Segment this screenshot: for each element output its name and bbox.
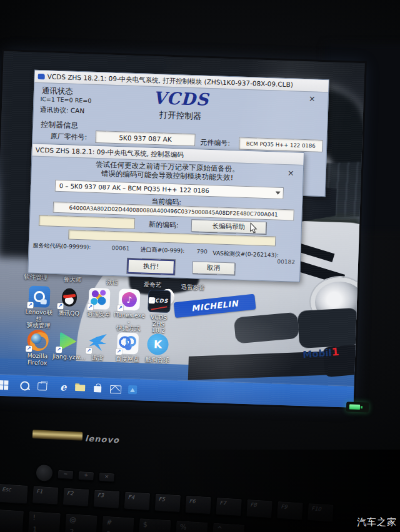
battery-indicator-led [346,401,369,412]
shortcut-arrow-icon: ↗ [149,297,155,303]
hinge-metal [32,430,83,440]
key-2[interactable]: @2 [64,513,98,532]
new-coding-label: 新的编码: [149,220,179,230]
desktop-icon-kugou[interactable]: K 酷狗音乐 [142,333,174,364]
volume-up-key[interactable]: + [78,470,94,481]
shortcut-arrow-icon: ↗ [117,305,123,311]
laptop-screen: MICHELIN Mobil1 软件管理 鲁大师 微信 爱奇艺 迅雷影音 ↗ L… [0,51,365,408]
close-icon[interactable]: × [288,169,294,177]
file-explorer-icon[interactable] [74,382,88,394]
shortcut-arrow-icon: ↗ [116,348,122,355]
key-4[interactable]: $4 [138,518,171,532]
key-6[interactable]: ^6 [211,522,245,532]
key-3[interactable]: #3 [101,515,134,532]
vcds-app-icon: VCDS ↗ [148,290,171,313]
photos-icon[interactable] [126,384,141,396]
shortcut-arrow-icon: ↗ [87,304,93,310]
xunlei-bird-icon: ↗ [87,332,109,353]
controller-info-label: 控制器信息 [41,119,79,131]
desktop-label-iqiyi[interactable]: 爱奇艺 [144,281,162,290]
bumper-vent [298,308,359,348]
key-5[interactable]: %5 [174,520,208,532]
desktop-icon-itunes[interactable]: ♪ ↗ iTunes.exe -快捷方式 [113,288,144,332]
tilde-key[interactable]: ~ [0,508,24,532]
vcds-recode-window: VCDS ZHS 18.2.1: 09-中央电气系统, 控制器编码 × 尝试任何… [28,144,304,282]
michelin-text: MICHELIN [191,298,239,313]
desktop-icon-vcds[interactable]: VCDS ↗ VCDS ZHS18.2 [143,290,174,335]
desktop-label-software-mgr[interactable]: 软件管理 [24,273,48,282]
lenovo-driver-icon: ↗ [28,286,50,308]
do-it-button[interactable]: 执行! [127,259,175,275]
component-label: 元件编号: [200,138,230,149]
part-number-label: 原厂零件号: [50,132,87,142]
start-button[interactable] [0,380,13,392]
wallpaper: MICHELIN Mobil1 [4,51,365,63]
vas-tester-label: VAS检测仪#(0-262143): [212,249,279,259]
desktop-icon-firefox[interactable]: ↗ MozillaFirefox [22,329,53,367]
f3-key[interactable]: F3 [93,489,121,509]
f8-key[interactable]: F8 [246,499,273,519]
store-icon[interactable] [91,383,106,395]
autohome-watermark: 汽车之家 [357,516,397,528]
music-note-icon: ♪ [122,292,138,307]
power-button[interactable] [35,464,54,483]
f7-key[interactable]: F7 [215,497,242,517]
key-1[interactable]: !1 [28,511,61,532]
desktop-label-ludashi[interactable]: 鲁大师 [64,275,82,284]
qq-penguin-icon: ↗ [58,287,80,308]
workshop-code-value[interactable]: 00061 [111,245,129,252]
part-number-field: 5K0 937 087 AK [95,131,196,146]
f5-key[interactable]: F5 [154,493,181,513]
cancel-button[interactable]: 取消 [192,261,235,275]
shortcut-arrow-icon: ↗ [26,345,32,352]
task-view-icon[interactable] [36,381,51,393]
desktop-icon-lenovo-driver[interactable]: ↗ Lenovo联想驱动管理 [23,285,54,329]
mail-icon[interactable] [109,383,123,395]
importer-label: 进口商#(0-999): [140,245,184,255]
shortcut-arrow-icon: ↗ [27,302,33,308]
laptop-photo: MICHELIN Mobil1 软件管理 鲁大师 微信 爱奇艺 迅雷影音 ↗ L… [0,0,400,532]
f1-key[interactable]: F1 [32,485,59,505]
baidu-pan-icon: ↗ [117,332,139,354]
window-title: VCDS ZHS 18.2.1: 09-中央电气系统, 控制器编码 [36,145,184,159]
desktop-icon-baidu-pan[interactable]: ↗ 百度网盘 [112,332,144,363]
firefox-icon: ↗ [27,330,49,352]
f2-key[interactable]: F2 [62,487,90,507]
new-coding-field-left[interactable] [39,215,136,229]
vcds-window-icon [38,74,45,79]
shortcut-arrow-icon: ↗ [56,347,62,353]
chevron-down-icon [276,192,281,195]
vas-tester-value[interactable]: 00182 [277,259,295,265]
f9-key[interactable]: F9 [276,501,304,521]
desktop-icon-memu[interactable]: ↗ 逍遥安卓 [84,288,115,318]
mic-mute-key[interactable]: × [98,471,115,482]
shortcut-arrow-icon: ↗ [86,348,92,354]
lenovo-logo: lenovo [85,434,120,445]
itunes-icon: ♪ ↗ [118,288,140,310]
f6-key[interactable]: F6 [184,495,212,515]
memu-icon: ↗ [88,288,110,310]
desktop-icon-qq[interactable]: ↗ 腾讯QQ [54,287,85,317]
mouse-cursor [250,222,259,234]
player-triangle-icon: ↗ [57,330,79,352]
search-icon[interactable] [19,380,33,392]
f4-key[interactable]: F4 [124,491,151,511]
keyboard: − + × Esc F1 F2 F3 F4 F5 F6 F7 F8 F9 F10… [0,461,400,532]
close-icon[interactable]: × [309,94,316,102]
desktop-label-xunlei-video[interactable]: 迅雷影音 [181,283,204,292]
mobil1-logo: Mobil1 [302,345,339,360]
volume-down-key[interactable]: − [57,469,74,480]
desktop-label-wechat[interactable]: 微信 [106,278,118,287]
edge-browser-icon[interactable]: e [56,382,71,393]
desktop-icon-xunlei[interactable]: ↗ 迅雷 [82,331,114,362]
f10-key[interactable]: F10 [307,503,334,523]
desktop-icon-jiangyzw[interactable]: ↗ jiang.yzw... [52,330,84,361]
shortcut-arrow-icon: ↗ [57,303,63,309]
workshop-code-label: 服务站代码(0-99999): [32,242,91,252]
importer-value[interactable]: 790 [196,248,208,255]
esc-key[interactable]: Esc [0,483,29,505]
kugou-icon: K [147,333,169,355]
